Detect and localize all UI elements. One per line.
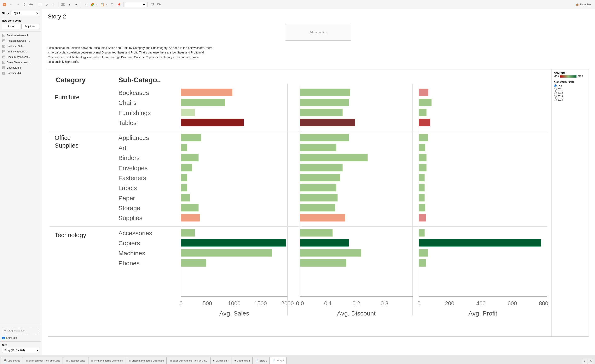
sidebar-item-profit-specific[interactable]: Profit by Specific C...	[0, 49, 41, 54]
svg-rect-114	[419, 204, 425, 211]
svg-text:Fasteners: Fasteners	[118, 174, 146, 181]
tab-dashboard3[interactable]: ■Dashboard 3	[211, 357, 231, 364]
color-btn[interactable]: 🌈	[89, 2, 95, 7]
year-filter-section: Year of Order Date (All) 2011 2012	[554, 81, 586, 101]
svg-text:Storage: Storage	[118, 205, 140, 211]
text-btn[interactable]: T	[109, 2, 115, 7]
tab-discount-specific-customers[interactable]: ▤Discount by Specific Customers	[126, 357, 166, 364]
group-btn[interactable]	[60, 2, 66, 7]
legend-max: 870.9	[578, 75, 583, 78]
pin-btn[interactable]: 📌	[116, 2, 122, 7]
sidebar-label-dashboard4: Dashboard 4	[7, 72, 21, 75]
size-dropdown[interactable]: Story (1016 x 964)	[2, 348, 39, 353]
svg-rect-70	[300, 99, 349, 106]
toolbar: T ← → ⇄ ⇅ ▼ ✦ ✎ 🌈 ▼ 📋 ▼ T 📌 Sho	[0, 0, 595, 9]
svg-rect-22	[2, 34, 5, 37]
duplicate-sheet-btn[interactable]: ⧉	[588, 359, 593, 364]
svg-rect-86	[419, 134, 428, 141]
sidebar-item-dashboard4[interactable]: Dashboard 4	[0, 71, 41, 76]
show-me-button[interactable]: Show Me	[574, 2, 593, 7]
caption-box[interactable]: Add a caption	[285, 24, 351, 41]
tableau-logo-btn[interactable]: T	[2, 2, 7, 7]
table-btn[interactable]	[37, 2, 43, 7]
sidebar-story-label: Story	[2, 12, 9, 15]
blank-button[interactable]: Blank	[2, 24, 20, 29]
svg-rect-54	[3, 73, 4, 74]
svg-rect-65	[181, 88, 233, 96]
svg-rect-55	[4, 73, 5, 74]
svg-rect-53	[4, 72, 5, 73]
save-btn[interactable]	[21, 2, 27, 7]
year-radio-2014-input[interactable]	[554, 99, 557, 101]
device-preview-btn[interactable]	[156, 2, 162, 7]
svg-text:2000: 2000	[281, 300, 294, 307]
year-radio-2013-input[interactable]	[554, 95, 557, 98]
tab-sheet-icon: ▤	[66, 359, 68, 362]
back-btn[interactable]: ←	[8, 2, 14, 7]
format-dropdown[interactable]	[125, 2, 146, 7]
year-radio-2011-input[interactable]	[554, 88, 557, 91]
svg-rect-69	[181, 99, 225, 106]
tab-customer-sales[interactable]: ▤Customer Sales	[63, 357, 88, 364]
sidebar-label-relation1: Relation between P...	[7, 34, 30, 37]
drag-text-area[interactable]: A Drag to add text	[2, 327, 39, 334]
color-dropdown-btn[interactable]: ▼	[96, 2, 99, 7]
data-source-label: Data Source	[7, 359, 20, 362]
content-area: Story 2 Add a caption Let's observe the …	[42, 9, 595, 355]
sidebar-label-sales-discount: Sales Discount and ...	[7, 61, 31, 64]
sidebar-item-customer-sales[interactable]: Customer Sales	[0, 43, 41, 49]
sidebar-items: Relation between P...Relation between P.…	[0, 31, 41, 325]
size-dropdown-row: Story (1016 x 964)	[2, 348, 39, 353]
present-btn[interactable]	[149, 2, 155, 7]
svg-rect-98	[419, 164, 426, 171]
sheet-tabs: ▤lation between Profit and Sales▤Custome…	[23, 357, 581, 364]
svg-text:Supplies: Supplies	[118, 214, 142, 221]
publish-btn[interactable]	[28, 2, 34, 7]
svg-text:500: 500	[203, 300, 212, 307]
svg-rect-19	[577, 4, 577, 6]
add-sheet-btn[interactable]: +	[582, 359, 587, 364]
svg-text:Envelopes: Envelopes	[118, 164, 148, 171]
sidebar-item-dashboard3[interactable]: Dashboard 3	[0, 65, 41, 71]
sidebar-layout-dropdown[interactable]: Layout	[11, 11, 39, 15]
svg-rect-11	[62, 5, 63, 6]
year-radio-2012-input[interactable]	[554, 91, 557, 94]
tab-label-dashboard4: Dashboard 4	[237, 359, 250, 362]
highlight-btn[interactable]: ✎	[83, 2, 88, 7]
year-label-2013: 2013	[558, 95, 563, 97]
sidebar-item-relation2[interactable]: Relation between P...	[0, 38, 41, 43]
year-radio-all-input[interactable]	[554, 84, 557, 87]
sidebar-label-profit-specific: Profit by Specific C...	[7, 50, 30, 53]
forward-btn[interactable]: →	[15, 2, 21, 7]
sidebar-icon-customer-sales	[2, 45, 5, 48]
svg-rect-74	[300, 109, 343, 116]
sort-btn[interactable]: ⇅	[51, 2, 57, 7]
sidebar-item-sales-discount[interactable]: Sales Discount and ...	[0, 60, 41, 65]
sidebar-label-discount-specific: Discount by Specifi...	[7, 56, 30, 58]
annotation-btn[interactable]: 📋	[99, 2, 105, 7]
mark-btn[interactable]: ✦	[73, 2, 79, 7]
annotation-dropdown-btn[interactable]: ▼	[106, 2, 108, 7]
svg-text:Phones: Phones	[118, 260, 140, 267]
svg-rect-93	[300, 154, 368, 161]
svg-rect-18	[576, 4, 577, 6]
data-source-tab[interactable]: 💾 Data Source	[1, 357, 23, 364]
tab-label-relation-profit-sales: lation between Profit and Sales	[28, 359, 60, 362]
swap-btn[interactable]: ⇄	[44, 2, 50, 7]
sidebar-item-discount-specific[interactable]: Discount by Specifi...	[0, 54, 41, 60]
story-title: Story 2	[48, 13, 589, 20]
tab-dashboard4[interactable]: ■Dashboard 4	[232, 357, 253, 364]
tab-story1[interactable]: 📄Story 1	[253, 357, 269, 364]
tab-profit-specific-customers[interactable]: ▤Profit by Specific Customers	[88, 357, 125, 364]
tab-story2[interactable]: 📄Story 2	[270, 357, 287, 364]
filter-btn[interactable]: ▼	[67, 2, 72, 7]
tab-sales-discount-profit[interactable]: ▤Sales Discount and Profit by Cat...	[167, 357, 210, 364]
svg-text:Avg. Profit: Avg. Profit	[468, 310, 497, 316]
duplicate-button[interactable]: Duplicate	[21, 24, 39, 29]
tab-relation-profit-sales[interactable]: ▤lation between Profit and Sales	[23, 357, 63, 364]
show-title-checkbox[interactable]	[2, 337, 5, 339]
svg-rect-48	[4, 67, 5, 68]
svg-rect-78	[300, 119, 355, 126]
sidebar-item-relation1[interactable]: Relation between P...	[0, 33, 41, 38]
tab-actions: + ⧉	[581, 359, 594, 364]
